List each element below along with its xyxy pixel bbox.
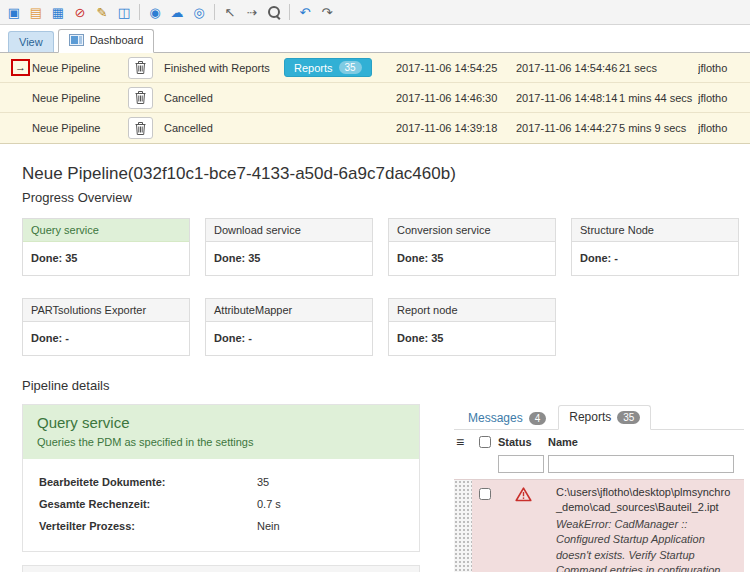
open-icon[interactable]: ▤ (26, 2, 46, 22)
card-title: PARTsolutions Exporter (23, 299, 189, 322)
reports-count-badge: 35 (339, 61, 362, 74)
save-icon[interactable]: ▦ (48, 2, 68, 22)
reports-table: ≡ Status Name (454, 430, 744, 572)
stop-icon[interactable]: ⊘ (70, 2, 90, 22)
details-left-column: Query service Queries the PDM as specifi… (22, 404, 420, 572)
delete-run-button[interactable] (128, 87, 153, 109)
detail-label: Verteilter Prozess: (39, 520, 257, 532)
tab-dashboard-label: Dashboard (90, 34, 144, 46)
run-delete-cell (128, 57, 164, 79)
run-row[interactable]: Neue Pipeline Cancelled 2017-11-06 14:46… (0, 83, 750, 113)
run-duration: 5 mins 9 secs (619, 122, 698, 134)
query-service-subtitle: Queries the PDM as specified in the sett… (37, 436, 405, 448)
column-header-status[interactable]: Status (498, 436, 548, 448)
run-duration: 21 secs (619, 62, 698, 74)
pipeline-runs-table: → Neue Pipeline Finished with Reports Re… (0, 53, 750, 144)
run-end-time: 2017-11-06 14:54:46 (516, 62, 619, 74)
drag-handle[interactable] (454, 480, 472, 572)
card-title: Download service (206, 219, 372, 242)
report-error-text: WeakError: CadManager :: Configured Star… (556, 517, 736, 572)
run-status: Finished with Reports (164, 62, 284, 74)
tab-messages[interactable]: Messages 4 (458, 407, 556, 429)
sync-icon[interactable]: ◎ (189, 2, 209, 22)
arrow-icon: → (15, 62, 26, 73)
report-row-checkbox[interactable] (479, 488, 491, 500)
select-all-checkbox[interactable] (479, 436, 491, 448)
query-service-title: Query service (37, 414, 405, 431)
detail-value: Nein (257, 520, 403, 532)
trash-icon (135, 91, 146, 104)
card-value: Done: 35 (206, 242, 372, 275)
run-reports-cell: Reports 35 (284, 58, 396, 77)
undo-icon[interactable]: ↶ (295, 2, 315, 22)
tab-reports[interactable]: Reports 35 (558, 405, 651, 430)
tab-messages-label: Messages (468, 411, 523, 425)
reports-button[interactable]: Reports 35 (284, 58, 372, 77)
tab-dashboard[interactable]: Dashboard (58, 29, 155, 53)
progress-card-query-service: Query service Done: 35 (22, 218, 190, 276)
toolbar-separator (139, 4, 140, 20)
card-title: Query service (23, 219, 189, 242)
run-delete-cell (128, 87, 164, 109)
details-right-column: Messages 4 Reports 35 ≡ Status Name (454, 404, 744, 572)
pointer-icon[interactable]: ↖ (220, 2, 240, 22)
detail-label: Gesamte Rechenzeit: (39, 498, 257, 510)
download-service-header: Download service Downloads the inserted … (23, 566, 419, 572)
name-filter-input[interactable] (548, 455, 734, 473)
cloud-icon[interactable]: ☁ (167, 2, 187, 22)
report-file-path: C:\users\jflotho\desktop\plmsynchro_demo… (556, 485, 736, 516)
delete-run-button[interactable] (128, 57, 153, 79)
run-row[interactable]: Neue Pipeline Cancelled 2017-11-06 14:39… (0, 113, 750, 143)
progress-card-report-node: Report node Done: 35 (388, 298, 556, 356)
edit-icon[interactable]: ✎ (92, 2, 112, 22)
progress-card-conversion-service: Conversion service Done: 35 (388, 218, 556, 276)
run-name: Neue Pipeline (32, 92, 128, 104)
pipeline-details: Query service Queries the PDM as specifi… (22, 404, 750, 572)
run-icon[interactable]: ◉ (145, 2, 165, 22)
query-service-details: Query service Queries the PDM as specifi… (22, 404, 420, 552)
card-value: Done: - (572, 242, 738, 275)
detail-value: 0.7 s (257, 498, 403, 510)
run-user: jflotho (698, 122, 750, 134)
detail-value: 35 (257, 476, 403, 488)
run-start-time: 2017-11-06 14:39:18 (396, 122, 516, 134)
delete-run-button[interactable] (128, 117, 153, 139)
run-user: jflotho (698, 62, 750, 74)
trash-icon (135, 61, 146, 74)
trash-icon (135, 122, 146, 135)
run-status: Cancelled (164, 122, 284, 134)
toolbar-separator (289, 4, 290, 20)
reports-tabbar: Messages 4 Reports 35 (454, 404, 744, 430)
progress-overview-heading: Progress Overview (22, 190, 750, 205)
status-filter-input[interactable] (498, 455, 544, 473)
tab-view[interactable]: View (8, 31, 54, 52)
detail-row: Verteilter Prozess: Nein (39, 520, 403, 532)
report-row[interactable]: C:\users\jflotho\desktop\plmsynchro_demo… (454, 479, 744, 572)
selected-run-marker: → (11, 59, 30, 76)
card-value: Done: 35 (389, 322, 555, 355)
menu-icon[interactable]: ≡ (454, 434, 464, 450)
messages-count-badge: 4 (529, 412, 547, 425)
new-icon[interactable]: ▣ (4, 2, 24, 22)
card-title: Report node (389, 299, 555, 322)
detail-label: Bearbeitete Dokumente: (39, 476, 257, 488)
run-start-time: 2017-11-06 14:54:25 (396, 62, 516, 74)
toolbar: ▣ ▤ ▦ ⊘ ✎ ◫ ◉ ☁ ◎ ↖ ⇢ ↶ ↷ (0, 0, 750, 25)
export-icon[interactable]: ◫ (114, 2, 134, 22)
dashboard-icon (69, 34, 84, 46)
card-title: Conversion service (389, 219, 555, 242)
column-header-name[interactable]: Name (548, 436, 744, 448)
zoom-icon[interactable] (264, 2, 284, 22)
run-end-time: 2017-11-06 14:48:14 (516, 92, 619, 104)
run-end-time: 2017-11-06 14:44:27 (516, 122, 619, 134)
redo-icon[interactable]: ↷ (317, 2, 337, 22)
connector-icon[interactable]: ⇢ (242, 2, 262, 22)
page-title: Neue Pipeline(032f10c1-bce7-4133-a50d-6a… (22, 164, 750, 184)
card-title: Structure Node (572, 219, 738, 242)
report-name-cell: C:\users\jflotho\desktop\plmsynchro_demo… (548, 480, 744, 572)
detail-row: Bearbeitete Dokumente: 35 (39, 476, 403, 488)
reports-table-header: ≡ Status Name (454, 430, 744, 453)
run-start-time: 2017-11-06 14:46:30 (396, 92, 516, 104)
detail-row: Gesamte Rechenzeit: 0.7 s (39, 498, 403, 510)
run-row[interactable]: → Neue Pipeline Finished with Reports Re… (0, 53, 750, 83)
